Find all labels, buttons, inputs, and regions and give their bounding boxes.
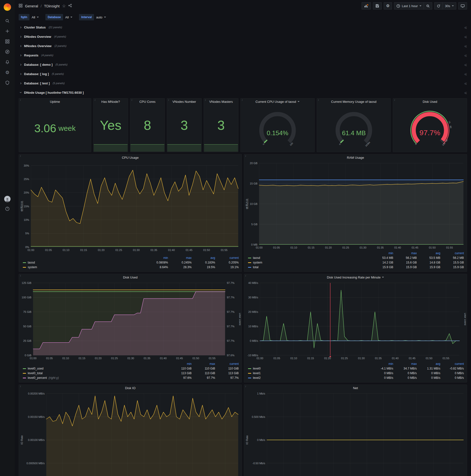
server-admin-shield-icon[interactable]: [0, 78, 15, 88]
row-database-demo[interactable]: › Database: [ demo ] (5 panels) ⩿: [19, 61, 467, 68]
legend-series-label[interactable]: taosd: [248, 256, 370, 260]
row-dnodes-overview[interactable]: › DNodes Overview (4 panels) ⩿: [19, 33, 467, 40]
legend-series-label[interactable]: system: [23, 265, 145, 270]
panel-title[interactable]: VNodes Masters: [204, 98, 238, 105]
legend-header[interactable]: max: [193, 362, 215, 366]
drag-handle-icon[interactable]: ⩿: [464, 72, 467, 76]
panel-info-icon[interactable]: i: [245, 385, 246, 388]
panel-info-icon[interactable]: i: [95, 99, 95, 101]
legend-header[interactable]: avg: [418, 251, 440, 256]
variable-value-dropdown[interactable]: auto: [94, 14, 108, 21]
row-dnode-usage[interactable]: › DNode Usage [ huolinhe-TM1701:6030 ] ⩿: [19, 89, 467, 96]
disk-used-chart[interactable]: 0 GiB97.6%25 GiB97.7%50 GiB97.7%75 GiB97…: [20, 281, 241, 361]
legend-series-label[interactable]: level1: [248, 371, 370, 376]
user-avatar[interactable]: [4, 196, 11, 202]
panel-title[interactable]: Net: [244, 385, 467, 391]
panel-title[interactable]: RAM Usage: [244, 154, 467, 161]
legend-header[interactable]: min: [146, 256, 168, 260]
panel-info-icon[interactable]: i: [205, 99, 206, 101]
legend-series-label[interactable]: system: [248, 260, 370, 265]
panel-info-icon[interactable]: i: [132, 99, 132, 101]
legend-header[interactable]: current: [441, 251, 464, 256]
panel-title[interactable]: Has MNode?: [93, 98, 128, 105]
dashboards-grid-icon[interactable]: [19, 4, 23, 8]
help-icon[interactable]: ?: [0, 206, 15, 212]
drag-handle-icon[interactable]: ⩿: [464, 81, 467, 85]
panel-title[interactable]: Current Memory Usage of taosd: [317, 98, 391, 105]
panel-title[interactable]: VNodes Number: [167, 98, 202, 105]
drag-handle-icon[interactable]: ⩿: [464, 90, 467, 94]
panel-title[interactable]: CPU Cores: [130, 98, 165, 105]
row-requests[interactable]: › Requests (4 panels) ⩿: [19, 51, 467, 59]
row-cluster-status[interactable]: › Cluster Status (21 panels) ⩿: [19, 24, 467, 31]
panel-info-icon[interactable]: i: [245, 154, 246, 157]
row-mnodes-overview[interactable]: › MNodes Overview (2 panels) ⩿: [19, 42, 467, 50]
legend-series-label[interactable]: level0_percent (right-y): [23, 376, 168, 380]
cpu-usage-chart[interactable]: 0%5%10%15%20%25%30%01:0001:0501:1001:150…: [20, 161, 241, 255]
legend-header[interactable]: current: [216, 256, 239, 260]
panel-info-icon[interactable]: i: [20, 154, 21, 157]
create-plus-icon[interactable]: [0, 26, 15, 36]
variable-interval[interactable]: Interval auto: [79, 14, 108, 21]
panel-title[interactable]: Uptime: [19, 98, 91, 105]
panel-title[interactable]: Disk IO: [19, 385, 242, 391]
row-database-log[interactable]: › Database: [ log ] (5 panels) ⩿: [19, 70, 467, 78]
legend-header[interactable]: max: [394, 251, 417, 256]
ram-usage-chart[interactable]: 0 MB5 GB10 GB15 GB20 GB01:0001:0501:1001…: [245, 161, 466, 251]
variable-value-dropdown[interactable]: All: [63, 14, 75, 21]
panel-info-icon[interactable]: i: [168, 99, 169, 101]
breadcrumb-title[interactable]: TDinsight: [44, 4, 60, 8]
legend-header[interactable]: current: [441, 362, 464, 366]
drag-handle-icon[interactable]: ⩿: [464, 63, 467, 67]
disk-rate-chart[interactable]: -10 MB/s0 MB/s10 MB/s20 MB/s30 MB/s40 MB…: [245, 281, 466, 361]
row-database-test[interactable]: › Database: [ test ] (5 panels) ⩿: [19, 80, 467, 87]
net-chart[interactable]: -1 Mb/s-0.50 Mb/s0 Mb/s0.500 Mb/s1 Mb/s0…: [245, 391, 466, 476]
variable-value-dropdown[interactable]: All: [30, 14, 41, 21]
zoom-out-button[interactable]: [424, 2, 432, 10]
panel-info-icon[interactable]: i: [20, 385, 21, 388]
search-icon[interactable]: [0, 16, 15, 26]
legend-series-label[interactable]: level2: [248, 376, 370, 380]
panel-title[interactable]: Disk Used: [393, 98, 467, 105]
panel-info-icon[interactable]: i: [20, 99, 21, 101]
drag-handle-icon[interactable]: ⩿: [464, 44, 467, 48]
legend-series-label[interactable]: level0_total: [23, 371, 168, 376]
legend-series-label[interactable]: total: [248, 265, 370, 270]
legend-header[interactable]: avg: [418, 362, 440, 366]
legend-header[interactable]: min: [371, 362, 393, 366]
refresh-button[interactable]: [434, 2, 443, 10]
drag-handle-icon[interactable]: ⩿: [464, 25, 467, 29]
dashboard-settings-button[interactable]: ⚙: [384, 2, 392, 10]
dashboards-icon[interactable]: [0, 36, 15, 47]
panel-info-icon[interactable]: i: [20, 274, 21, 277]
legend-header[interactable]: max: [169, 256, 192, 260]
add-panel-button[interactable]: [362, 2, 371, 10]
legend-series-label[interactable]: level0_used: [23, 366, 168, 371]
grafana-logo-icon[interactable]: [4, 3, 11, 11]
time-range-picker[interactable]: Last 1 hour: [394, 2, 424, 10]
legend-header[interactable]: current: [216, 362, 239, 366]
legend-series-label[interactable]: taosd: [23, 260, 145, 265]
legend-series-label[interactable]: level0: [248, 366, 370, 371]
legend-header[interactable]: min: [371, 251, 393, 256]
share-button[interactable]: [68, 4, 72, 8]
save-dashboard-button[interactable]: [373, 2, 382, 10]
variable-database[interactable]: Database All: [45, 14, 75, 21]
explore-compass-icon[interactable]: [0, 47, 15, 57]
legend-header[interactable]: avg: [193, 256, 215, 260]
drag-handle-icon[interactable]: ⩿: [464, 53, 467, 57]
panel-title[interactable]: Current CPU Usage of taosd: [241, 98, 315, 105]
breadcrumb-section[interactable]: General: [25, 4, 38, 8]
panel-title[interactable]: Disk Used Increasing Rate per Minute: [244, 274, 467, 280]
configuration-gear-icon[interactable]: ⚙: [0, 67, 15, 78]
refresh-interval-select[interactable]: 30s: [443, 2, 456, 10]
panel-info-icon[interactable]: i: [394, 99, 395, 101]
star-button[interactable]: ☆: [62, 3, 66, 9]
variable-fqdn[interactable]: fqdn All: [19, 14, 41, 21]
alerting-bell-icon[interactable]: [0, 57, 15, 67]
cycle-view-button[interactable]: [458, 2, 467, 10]
drag-handle-icon[interactable]: ⩿: [464, 34, 467, 38]
panel-info-icon[interactable]: i: [318, 99, 319, 101]
panel-info-icon[interactable]: i: [242, 99, 243, 101]
disk-io-chart[interactable]: 0 MB/s0.000500 MB/s0.00100 MB/s0.00150 M…: [20, 391, 241, 476]
